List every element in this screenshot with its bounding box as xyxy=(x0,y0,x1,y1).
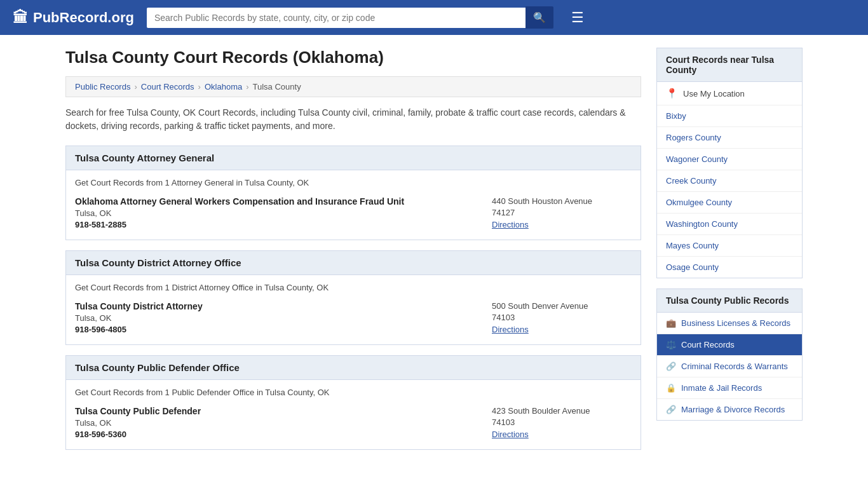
logo-text: PubRecord.org xyxy=(33,10,134,26)
record-address-2: 500 South Denver Avenue xyxy=(492,301,632,311)
sidebar-nearby-title: Court Records near Tulsa County xyxy=(656,48,803,82)
record-phone-2: 918-596-4805 xyxy=(75,325,203,334)
site-header: 🏛 PubRecord.org 🔍 ☰ xyxy=(0,0,868,35)
sidebar-label-criminal: Criminal Records & Warrants xyxy=(681,362,788,371)
record-city-2: Tulsa, OK xyxy=(75,313,203,323)
sidebar-label-osage: Osage County xyxy=(666,262,719,272)
sidebar-item-court-records[interactable]: ⚖️ Court Records xyxy=(657,334,802,356)
breadcrumb-sep-2: › xyxy=(198,82,201,92)
record-left-2: Tulsa County District Attorney Tulsa, OK… xyxy=(75,301,203,334)
sidebar-item-washington-county[interactable]: Washington County xyxy=(657,214,802,235)
sidebar-nearby-list: 📍 Use My Location Bixby Rogers County Wa… xyxy=(656,82,803,278)
record-right-3: 423 South Boulder Avenue 74103 Direction… xyxy=(492,406,632,439)
sidebar-label-wagoner: Wagoner County xyxy=(666,154,728,164)
sidebar-label-marriage: Marriage & Divorce Records xyxy=(681,405,785,414)
record-right-2: 500 South Denver Avenue 74103 Directions xyxy=(492,301,632,334)
sidebar-label-bixby: Bixby xyxy=(666,111,686,121)
breadcrumb-tulsa-county: Tulsa County xyxy=(253,82,301,92)
section-desc-2: Get Court Records from 1 District Attorn… xyxy=(75,283,632,292)
sidebar-label-okmulgee: Okmulgee County xyxy=(666,198,732,207)
sidebar-item-business-licenses[interactable]: 💼 Business Licenses & Records xyxy=(657,313,802,334)
logo-icon: 🏛 xyxy=(13,9,28,27)
record-name-3: Tulsa County Public Defender xyxy=(75,406,201,416)
record-phone-1: 918-581-2885 xyxy=(75,220,404,229)
section-public-defender: Tulsa County Public Defender Office Get … xyxy=(65,355,641,450)
record-left-3: Tulsa County Public Defender Tulsa, OK 9… xyxy=(75,406,201,439)
record-phone-3: 918-596-5360 xyxy=(75,430,201,439)
directions-link-3[interactable]: Directions xyxy=(492,430,529,439)
breadcrumb-court-records[interactable]: Court Records xyxy=(141,82,194,92)
sidebar-item-bixby[interactable]: Bixby xyxy=(657,105,802,127)
breadcrumb-sep-3: › xyxy=(246,82,248,92)
sidebar-label-creek: Creek County xyxy=(666,176,716,186)
sidebar-item-osage-county[interactable]: Osage County xyxy=(657,257,802,278)
section-title-3: Tulsa County Public Defender Office xyxy=(75,362,240,373)
sidebar-public-records-list: 💼 Business Licenses & Records ⚖️ Court R… xyxy=(656,313,803,421)
directions-link-1[interactable]: Directions xyxy=(492,220,529,229)
sidebar-label-mayes: Mayes County xyxy=(666,241,719,250)
site-logo[interactable]: 🏛 PubRecord.org xyxy=(13,9,134,27)
page-description: Search for free Tulsa County, OK Court R… xyxy=(65,106,641,133)
record-entry-2: Tulsa County District Attorney Tulsa, OK… xyxy=(75,301,632,334)
use-location-label: Use My Location xyxy=(683,89,745,98)
directions-link-2[interactable]: Directions xyxy=(492,325,529,334)
section-body-3: Get Court Records from 1 Public Defender… xyxy=(65,380,641,450)
record-name-1: Oklahoma Attorney General Workers Compen… xyxy=(75,196,404,207)
record-city-3: Tulsa, OK xyxy=(75,418,201,428)
record-address-3: 423 South Boulder Avenue xyxy=(492,406,632,416)
record-zip-1: 74127 xyxy=(492,208,632,217)
sidebar-item-criminal-records[interactable]: 🔗 Criminal Records & Warrants xyxy=(657,356,802,377)
section-header-2: Tulsa County District Attorney Office xyxy=(65,250,641,275)
section-title-1: Tulsa County Attorney General xyxy=(75,152,214,163)
record-city-1: Tulsa, OK xyxy=(75,208,404,218)
scales-icon: ⚖️ xyxy=(666,340,676,349)
sidebar-item-okmulgee-county[interactable]: Okmulgee County xyxy=(657,192,802,214)
record-left-1: Oklahoma Attorney General Workers Compen… xyxy=(75,196,404,229)
lock-icon: 🔒 xyxy=(666,383,676,393)
sidebar-item-marriage-records[interactable]: 🔗 Marriage & Divorce Records xyxy=(657,399,802,420)
section-desc-3: Get Court Records from 1 Public Defender… xyxy=(75,388,632,397)
record-zip-2: 74103 xyxy=(492,313,632,322)
sidebar-label-court: Court Records xyxy=(681,340,735,349)
sidebar: Court Records near Tulsa County 📍 Use My… xyxy=(656,48,803,460)
location-icon: 📍 xyxy=(666,88,678,99)
section-body-1: Get Court Records from 1 Attorney Genera… xyxy=(65,170,641,240)
section-header-3: Tulsa County Public Defender Office xyxy=(65,355,641,380)
ring-icon: 🔗 xyxy=(666,405,676,414)
record-name-2: Tulsa County District Attorney xyxy=(75,301,203,311)
sidebar-public-records-title: Tulsa County Public Records xyxy=(656,288,803,313)
record-entry-3: Tulsa County Public Defender Tulsa, OK 9… xyxy=(75,406,632,439)
section-district-attorney: Tulsa County District Attorney Office Ge… xyxy=(65,250,641,345)
sidebar-label-rogers: Rogers County xyxy=(666,133,721,142)
breadcrumb-sep-1: › xyxy=(134,82,137,92)
section-attorney-general: Tulsa County Attorney General Get Court … xyxy=(65,146,641,240)
sidebar-use-location[interactable]: 📍 Use My Location xyxy=(657,82,802,105)
section-header-1: Tulsa County Attorney General xyxy=(65,146,641,170)
search-button[interactable]: 🔍 xyxy=(526,6,553,29)
record-entry-1: Oklahoma Attorney General Workers Compen… xyxy=(75,196,632,229)
section-body-2: Get Court Records from 1 District Attorn… xyxy=(65,275,641,345)
menu-icon[interactable]: ☰ xyxy=(571,10,584,26)
sidebar-item-mayes-county[interactable]: Mayes County xyxy=(657,235,802,257)
sidebar-item-inmate-records[interactable]: 🔒 Inmate & Jail Records xyxy=(657,377,802,399)
sidebar-label-washington: Washington County xyxy=(666,219,738,229)
sidebar-label-business: Business Licenses & Records xyxy=(681,318,790,328)
main-container: Tulsa County Court Records (Oklahoma) Pu… xyxy=(53,35,815,473)
record-zip-3: 74103 xyxy=(492,417,632,427)
record-address-1: 440 South Houston Avenue xyxy=(492,196,632,206)
breadcrumb-oklahoma[interactable]: Oklahoma xyxy=(205,82,242,92)
search-input[interactable] xyxy=(147,8,526,28)
sidebar-item-creek-county[interactable]: Creek County xyxy=(657,170,802,192)
search-bar: 🔍 xyxy=(147,6,553,29)
section-title-2: Tulsa County District Attorney Office xyxy=(75,257,241,268)
link-icon: 🔗 xyxy=(666,362,676,371)
breadcrumb-public-records[interactable]: Public Records xyxy=(75,82,130,92)
breadcrumb: Public Records › Court Records › Oklahom… xyxy=(65,76,641,97)
briefcase-icon: 💼 xyxy=(666,318,676,328)
section-desc-1: Get Court Records from 1 Attorney Genera… xyxy=(75,178,632,187)
sidebar-item-rogers-county[interactable]: Rogers County xyxy=(657,127,802,149)
content-area: Tulsa County Court Records (Oklahoma) Pu… xyxy=(65,48,641,460)
sidebar-item-wagoner-county[interactable]: Wagoner County xyxy=(657,149,802,170)
sidebar-label-inmate: Inmate & Jail Records xyxy=(681,383,762,393)
page-title: Tulsa County Court Records (Oklahoma) xyxy=(65,48,641,67)
